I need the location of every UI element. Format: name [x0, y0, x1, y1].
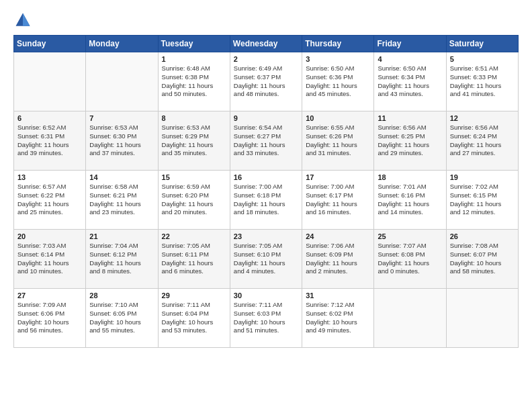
cell-content: Sunrise: 7:06 AMSunset: 6:09 PMDaylight:… — [306, 242, 370, 276]
day-number: 8 — [162, 114, 226, 122]
cell-content: Sunrise: 7:08 AMSunset: 6:07 PMDaylight:… — [450, 242, 515, 276]
calendar-cell: 10Sunrise: 6:55 AMSunset: 6:26 PMDayligh… — [302, 111, 374, 171]
day-number: 18 — [378, 173, 442, 181]
day-number: 28 — [89, 291, 154, 300]
day-number: 14 — [89, 173, 154, 181]
header — [13, 11, 519, 30]
calendar-table: SundayMondayTuesdayWednesdayThursdayFrid… — [13, 35, 519, 348]
cell-content: Sunrise: 7:11 AMSunset: 6:03 PMDaylight:… — [234, 301, 298, 335]
cell-content: Sunrise: 6:51 AMSunset: 6:33 PMDaylight:… — [450, 64, 515, 99]
cell-content: Sunrise: 7:11 AMSunset: 6:04 PMDaylight:… — [162, 301, 226, 335]
calendar-cell: 2Sunrise: 6:49 AMSunset: 6:37 PMDaylight… — [230, 52, 302, 111]
cell-content: Sunrise: 7:09 AMSunset: 6:06 PMDaylight:… — [17, 301, 82, 335]
calendar-cell: 26Sunrise: 7:08 AMSunset: 6:07 PMDayligh… — [446, 230, 518, 289]
day-number: 6 — [17, 114, 82, 122]
calendar-cell: 27Sunrise: 7:09 AMSunset: 6:06 PMDayligh… — [14, 289, 86, 348]
logo-icon — [13, 11, 32, 30]
day-number: 19 — [450, 173, 515, 181]
day-number: 15 — [162, 173, 226, 181]
cell-content: Sunrise: 7:00 AMSunset: 6:18 PMDaylight:… — [234, 183, 298, 217]
cell-content: Sunrise: 7:07 AMSunset: 6:08 PMDaylight:… — [378, 242, 442, 276]
day-of-week-header: Tuesday — [158, 36, 230, 52]
logo — [13, 11, 35, 30]
day-number: 13 — [17, 173, 82, 181]
calendar-week-row: 1Sunrise: 6:48 AMSunset: 6:38 PMDaylight… — [14, 52, 519, 111]
day-number: 20 — [17, 232, 82, 240]
calendar-cell: 1Sunrise: 6:48 AMSunset: 6:38 PMDaylight… — [158, 52, 230, 111]
calendar-cell: 20Sunrise: 7:03 AMSunset: 6:14 PMDayligh… — [14, 230, 86, 289]
day-number: 11 — [378, 114, 442, 122]
cell-content: Sunrise: 6:49 AMSunset: 6:37 PMDaylight:… — [234, 64, 298, 99]
cell-content: Sunrise: 6:58 AMSunset: 6:21 PMDaylight:… — [89, 183, 154, 217]
calendar-cell — [14, 52, 86, 111]
cell-content: Sunrise: 7:01 AMSunset: 6:16 PMDaylight:… — [378, 183, 442, 217]
day-number: 27 — [17, 291, 82, 300]
calendar-cell: 24Sunrise: 7:06 AMSunset: 6:09 PMDayligh… — [302, 230, 374, 289]
cell-content: Sunrise: 6:53 AMSunset: 6:30 PMDaylight:… — [89, 124, 154, 158]
calendar-cell: 8Sunrise: 6:53 AMSunset: 6:29 PMDaylight… — [158, 111, 230, 171]
day-number: 23 — [234, 232, 298, 240]
day-number: 7 — [89, 114, 154, 122]
day-number: 4 — [378, 55, 442, 63]
cell-content: Sunrise: 7:02 AMSunset: 6:15 PMDaylight:… — [450, 183, 515, 217]
calendar-week-row: 13Sunrise: 6:57 AMSunset: 6:22 PMDayligh… — [14, 171, 519, 230]
day-number: 31 — [306, 291, 370, 300]
calendar-cell — [86, 52, 158, 111]
cell-content: Sunrise: 6:59 AMSunset: 6:20 PMDaylight:… — [162, 183, 226, 217]
calendar-cell: 25Sunrise: 7:07 AMSunset: 6:08 PMDayligh… — [374, 230, 446, 289]
cell-content: Sunrise: 6:54 AMSunset: 6:27 PMDaylight:… — [234, 124, 298, 158]
calendar-cell: 9Sunrise: 6:54 AMSunset: 6:27 PMDaylight… — [230, 111, 302, 171]
cell-content: Sunrise: 6:50 AMSunset: 6:34 PMDaylight:… — [378, 64, 442, 99]
cell-content: Sunrise: 6:53 AMSunset: 6:29 PMDaylight:… — [162, 124, 226, 158]
day-number: 29 — [162, 291, 226, 300]
cell-content: Sunrise: 6:50 AMSunset: 6:36 PMDaylight:… — [306, 64, 370, 99]
cell-content: Sunrise: 7:12 AMSunset: 6:02 PMDaylight:… — [306, 301, 370, 335]
day-number: 21 — [89, 232, 154, 240]
svg-marker-1 — [23, 13, 30, 26]
day-number: 10 — [306, 114, 370, 122]
calendar-cell: 18Sunrise: 7:01 AMSunset: 6:16 PMDayligh… — [374, 171, 446, 230]
calendar-cell: 3Sunrise: 6:50 AMSunset: 6:36 PMDaylight… — [302, 52, 374, 111]
calendar-cell: 29Sunrise: 7:11 AMSunset: 6:04 PMDayligh… — [158, 289, 230, 348]
calendar-cell: 22Sunrise: 7:05 AMSunset: 6:11 PMDayligh… — [158, 230, 230, 289]
cell-content: Sunrise: 6:56 AMSunset: 6:25 PMDaylight:… — [378, 124, 442, 158]
calendar-week-row: 27Sunrise: 7:09 AMSunset: 6:06 PMDayligh… — [14, 289, 519, 348]
calendar-cell — [374, 289, 446, 348]
calendar-cell: 12Sunrise: 6:56 AMSunset: 6:24 PMDayligh… — [446, 111, 518, 171]
calendar-cell: 19Sunrise: 7:02 AMSunset: 6:15 PMDayligh… — [446, 171, 518, 230]
day-of-week-header: Monday — [86, 36, 158, 52]
day-number: 16 — [234, 173, 298, 181]
cell-content: Sunrise: 7:03 AMSunset: 6:14 PMDaylight:… — [17, 242, 82, 276]
cell-content: Sunrise: 7:04 AMSunset: 6:12 PMDaylight:… — [89, 242, 154, 276]
cell-content: Sunrise: 6:52 AMSunset: 6:31 PMDaylight:… — [17, 124, 82, 158]
day-number: 9 — [234, 114, 298, 122]
day-number: 30 — [234, 291, 298, 300]
calendar-cell: 15Sunrise: 6:59 AMSunset: 6:20 PMDayligh… — [158, 171, 230, 230]
day-number: 12 — [450, 114, 515, 122]
cell-content: Sunrise: 6:56 AMSunset: 6:24 PMDaylight:… — [450, 124, 515, 158]
calendar-cell: 28Sunrise: 7:10 AMSunset: 6:05 PMDayligh… — [86, 289, 158, 348]
page: SundayMondayTuesdayWednesdayThursdayFrid… — [0, 0, 532, 355]
cell-content: Sunrise: 6:48 AMSunset: 6:38 PMDaylight:… — [162, 64, 226, 99]
day-number: 1 — [162, 55, 226, 63]
calendar-cell: 31Sunrise: 7:12 AMSunset: 6:02 PMDayligh… — [302, 289, 374, 348]
calendar-cell: 13Sunrise: 6:57 AMSunset: 6:22 PMDayligh… — [14, 171, 86, 230]
calendar-cell: 16Sunrise: 7:00 AMSunset: 6:18 PMDayligh… — [230, 171, 302, 230]
day-of-week-header: Wednesday — [230, 36, 302, 52]
calendar-header-row: SundayMondayTuesdayWednesdayThursdayFrid… — [14, 36, 519, 52]
calendar-cell: 23Sunrise: 7:05 AMSunset: 6:10 PMDayligh… — [230, 230, 302, 289]
calendar-cell: 6Sunrise: 6:52 AMSunset: 6:31 PMDaylight… — [14, 111, 86, 171]
calendar-week-row: 6Sunrise: 6:52 AMSunset: 6:31 PMDaylight… — [14, 111, 519, 171]
calendar-cell: 5Sunrise: 6:51 AMSunset: 6:33 PMDaylight… — [446, 52, 518, 111]
day-number: 24 — [306, 232, 370, 240]
calendar-cell: 7Sunrise: 6:53 AMSunset: 6:30 PMDaylight… — [86, 111, 158, 171]
cell-content: Sunrise: 6:57 AMSunset: 6:22 PMDaylight:… — [17, 183, 82, 217]
day-number: 25 — [378, 232, 442, 240]
day-number: 3 — [306, 55, 370, 63]
day-number: 17 — [306, 173, 370, 181]
calendar-cell: 14Sunrise: 6:58 AMSunset: 6:21 PMDayligh… — [86, 171, 158, 230]
cell-content: Sunrise: 7:10 AMSunset: 6:05 PMDaylight:… — [89, 301, 154, 335]
calendar-cell: 21Sunrise: 7:04 AMSunset: 6:12 PMDayligh… — [86, 230, 158, 289]
day-of-week-header: Saturday — [446, 36, 518, 52]
day-number: 5 — [450, 55, 515, 63]
